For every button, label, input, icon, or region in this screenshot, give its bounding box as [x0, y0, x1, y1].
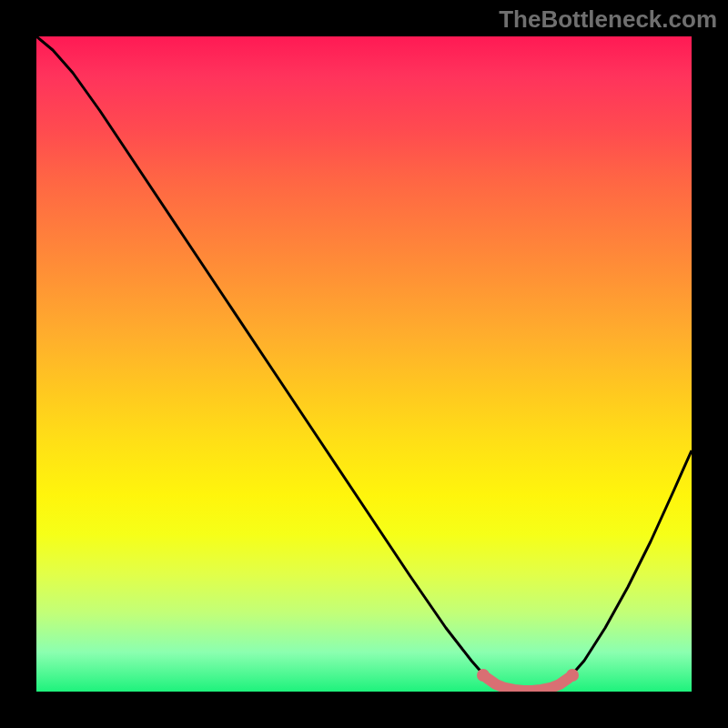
flat-bottom-marker [487, 678, 569, 691]
left-end-dot [477, 669, 490, 682]
curve-svg [36, 36, 692, 692]
main-curve [36, 36, 692, 691]
watermark-text: TheBottleneck.com [499, 5, 717, 34]
plot-area [36, 36, 692, 692]
right-end-dot [566, 669, 579, 682]
